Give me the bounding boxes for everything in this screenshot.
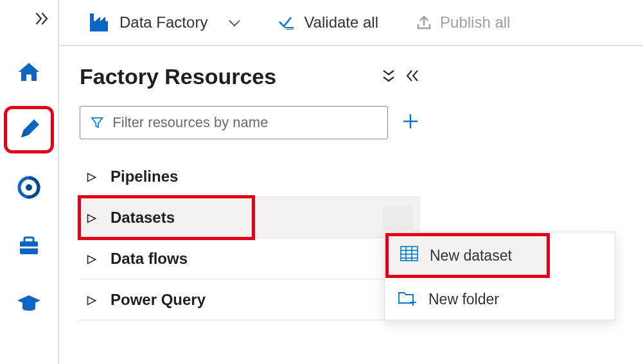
collapse-panel-icon[interactable] — [405, 69, 420, 85]
tree-item-dataflows[interactable]: ▷ Data flows — [80, 238, 420, 279]
tree-label-pipelines: Pipelines — [110, 168, 178, 186]
caret-right-icon: ▷ — [87, 211, 99, 225]
tree-label-powerquery: Power Query — [110, 291, 206, 309]
factory-name: Data Factory — [119, 13, 207, 31]
ctx-new-dataset[interactable]: New dataset — [387, 235, 548, 276]
validate-icon — [278, 15, 296, 30]
tree-label-dataflows: Data flows — [110, 250, 188, 268]
home-icon — [16, 59, 42, 85]
svg-rect-4 — [24, 238, 33, 243]
nav-home[interactable] — [10, 54, 48, 90]
expand-all-icon[interactable] — [382, 68, 396, 86]
nav-monitor[interactable] — [10, 169, 48, 205]
tree-item-pipelines[interactable]: ▷ Pipelines — [80, 156, 420, 197]
filter-icon — [91, 116, 103, 130]
dataset-grid-icon — [400, 246, 418, 265]
factory-selector[interactable]: Data Factory — [87, 11, 241, 34]
svg-rect-6 — [90, 21, 108, 31]
filter-input-wrapper[interactable] — [80, 106, 388, 139]
ctx-new-folder[interactable]: New folder — [385, 279, 615, 320]
caret-right-icon: ▷ — [87, 252, 99, 266]
left-nav-rail — [0, 0, 59, 364]
filter-resources-input[interactable] — [112, 114, 377, 131]
svg-rect-7 — [90, 13, 94, 22]
gauge-icon — [16, 175, 42, 200]
add-resource-button[interactable] — [401, 112, 420, 134]
nav-author[interactable] — [10, 112, 48, 148]
top-toolbar: Data Factory Validate all Publish all — [59, 0, 643, 46]
publish-all-label: Publish all — [440, 13, 510, 31]
pencil-icon — [16, 117, 42, 143]
new-folder-icon — [398, 289, 417, 309]
graduation-cap-icon — [16, 290, 42, 316]
publish-icon — [416, 14, 432, 31]
caret-right-icon: ▷ — [87, 293, 99, 307]
tree-item-datasets[interactable]: ▷ Datasets — [80, 197, 253, 238]
datasets-context-menu: New dataset New folder — [384, 232, 615, 320]
panel-title: Factory Resources — [80, 64, 373, 89]
ctx-new-folder-label: New folder — [428, 291, 499, 308]
toolbox-icon — [16, 232, 42, 258]
row-actions-button[interactable] — [383, 205, 414, 230]
caret-right-icon: ▷ — [87, 169, 99, 184]
svg-rect-5 — [20, 247, 38, 248]
chevron-down-icon — [228, 13, 241, 31]
factory-icon — [87, 11, 110, 34]
tree-item-powerquery[interactable]: ▷ Power Query — [80, 279, 420, 320]
nav-manage[interactable] — [10, 227, 48, 263]
publish-all-button: Publish all — [416, 13, 510, 31]
nav-learn[interactable] — [10, 285, 48, 321]
svg-point-2 — [26, 184, 32, 191]
ctx-new-dataset-label: New dataset — [430, 247, 512, 264]
resource-tree: ▷ Pipelines ▷ Datasets x ▷ Data flows — [80, 156, 420, 320]
expand-rail-icon[interactable] — [35, 13, 49, 27]
plus-icon — [401, 112, 420, 131]
validate-all-button[interactable]: Validate all — [278, 13, 378, 31]
validate-all-label: Validate all — [304, 13, 378, 31]
tree-label-datasets: Datasets — [110, 209, 175, 227]
